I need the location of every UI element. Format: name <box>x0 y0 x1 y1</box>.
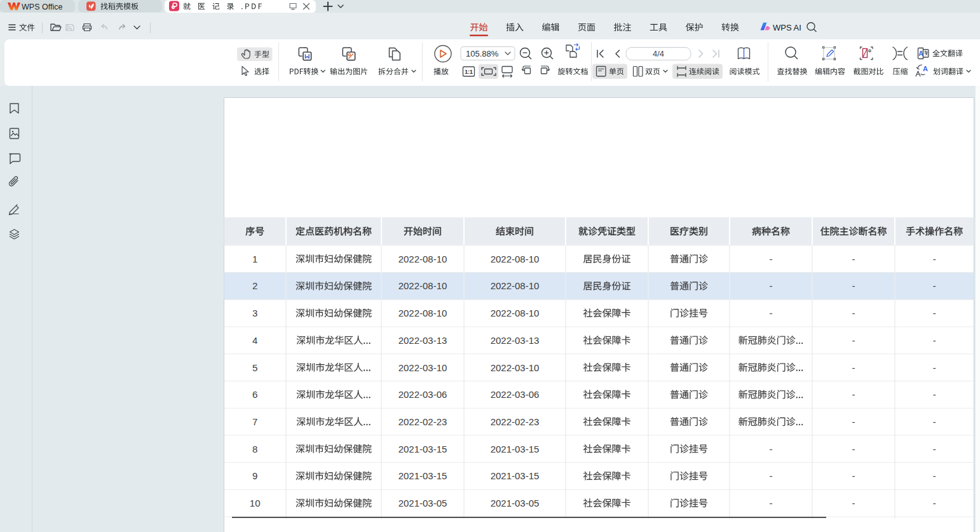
svg-text:-: - <box>770 498 773 508</box>
svg-text:2022-02-23: 2022-02-23 <box>398 416 447 427</box>
svg-text:-: - <box>852 362 855 373</box>
svg-text:-: - <box>933 498 936 508</box>
svg-text:-: - <box>852 416 855 427</box>
svg-text:1:1: 1:1 <box>465 69 473 75</box>
svg-text:2022-02-23: 2022-02-23 <box>491 416 540 427</box>
svg-text:2022-03-13: 2022-03-13 <box>398 335 447 346</box>
svg-text:9: 9 <box>252 470 257 481</box>
svg-text:-: - <box>770 444 773 454</box>
svg-text:2021-03-05: 2021-03-05 <box>398 498 447 508</box>
svg-text:-: - <box>933 416 936 427</box>
svg-text:-: - <box>852 308 855 318</box>
svg-text:-: - <box>933 362 936 373</box>
svg-text:2022-03-06: 2022-03-06 <box>398 389 447 400</box>
svg-text:-: - <box>852 389 855 400</box>
svg-text:2021-03-05: 2021-03-05 <box>491 498 540 508</box>
svg-text:2022-08-10: 2022-08-10 <box>398 254 447 264</box>
svg-text:6: 6 <box>252 389 257 400</box>
svg-text:2022-08-10: 2022-08-10 <box>398 308 447 318</box>
svg-text:A: A <box>923 65 928 72</box>
svg-text:-: - <box>852 470 855 481</box>
svg-text:2022-08-10: 2022-08-10 <box>398 280 447 291</box>
svg-text:2022-03-13: 2022-03-13 <box>491 335 540 346</box>
svg-text:-: - <box>852 498 855 508</box>
svg-text:2021-03-15: 2021-03-15 <box>398 470 447 481</box>
svg-text:WPS Office: WPS Office <box>22 3 62 11</box>
svg-text:2021-03-15: 2021-03-15 <box>491 470 540 481</box>
svg-text:-: - <box>770 254 773 264</box>
svg-text:-: - <box>933 308 936 318</box>
svg-text:1: 1 <box>252 254 257 264</box>
svg-text:-: - <box>770 308 773 318</box>
svg-text:2: 2 <box>252 280 257 291</box>
svg-text:-: - <box>933 254 936 264</box>
svg-text:-: - <box>933 444 936 454</box>
svg-text:105.88%: 105.88% <box>466 49 499 58</box>
svg-text:-: - <box>933 389 936 400</box>
svg-text:4/4: 4/4 <box>653 49 664 58</box>
svg-text:-: - <box>933 470 936 481</box>
svg-text:5: 5 <box>252 362 257 373</box>
svg-text:2022-03-10: 2022-03-10 <box>398 362 447 373</box>
svg-text:-: - <box>852 335 855 346</box>
svg-text:2022-08-10: 2022-08-10 <box>491 254 540 264</box>
svg-text:2022-08-10: 2022-08-10 <box>491 280 540 291</box>
svg-text:WPS AI: WPS AI <box>773 23 801 32</box>
svg-text:2022-03-10: 2022-03-10 <box>491 362 540 373</box>
svg-text:2022-03-06: 2022-03-06 <box>491 389 540 400</box>
svg-text:2021-03-15: 2021-03-15 <box>398 444 447 454</box>
svg-text:-: - <box>770 470 773 481</box>
svg-text:4: 4 <box>252 335 257 346</box>
svg-text:7: 7 <box>252 416 257 427</box>
svg-text:-: - <box>933 280 936 291</box>
svg-text:-: - <box>933 335 936 346</box>
svg-text:-: - <box>852 444 855 454</box>
svg-text:2022-08-10: 2022-08-10 <box>491 308 540 318</box>
svg-text:-: - <box>770 280 773 291</box>
svg-text:-: - <box>852 254 855 264</box>
svg-text:3: 3 <box>252 308 257 318</box>
svg-text:10: 10 <box>250 498 261 508</box>
svg-text:8: 8 <box>252 444 257 454</box>
svg-text:2021-03-15: 2021-03-15 <box>491 444 540 454</box>
svg-text:-: - <box>852 280 855 291</box>
